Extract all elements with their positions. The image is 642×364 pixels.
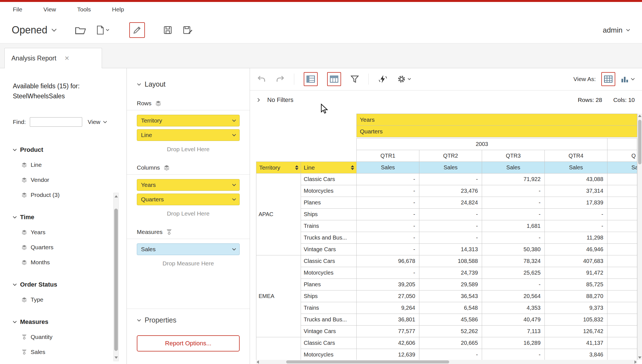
row-dim-line[interactable]: Line xyxy=(301,162,357,174)
field-group-measures[interactable]: Measures xyxy=(13,314,107,329)
columns-drop-zone[interactable]: Drop Level Here xyxy=(137,210,240,217)
find-input[interactable] xyxy=(30,117,82,127)
line-cell-planes[interactable]: Planes xyxy=(301,279,357,290)
field-group-order-status[interactable]: Order Status xyxy=(13,277,107,292)
filter-button[interactable] xyxy=(351,75,359,83)
menu-file[interactable]: File xyxy=(13,6,22,13)
measure-header[interactable]: Sales xyxy=(357,162,419,174)
territory-cell-emea[interactable]: EMEA xyxy=(256,255,301,337)
view-as-chart-button[interactable] xyxy=(621,75,635,83)
measures-drop-zone[interactable]: Drop Measure Here xyxy=(137,260,240,267)
menu-tools[interactable]: Tools xyxy=(77,6,91,13)
line-cell-classic-cars[interactable]: Classic Cars xyxy=(301,255,357,267)
scroll-up-button[interactable] xyxy=(115,195,118,197)
quarter-header-qtr3[interactable]: QTR3 xyxy=(482,150,545,162)
value-cell-partial xyxy=(607,337,637,349)
auto-refresh-button[interactable] xyxy=(378,74,388,84)
close-icon[interactable]: × xyxy=(65,54,69,62)
line-cell-vintage-cars[interactable]: Vintage Cars xyxy=(301,244,357,255)
admin-menu[interactable]: admin xyxy=(603,26,630,35)
chip-sales[interactable]: Sales xyxy=(137,243,240,255)
field-group-product[interactable]: Product xyxy=(13,142,107,157)
sort-icon[interactable] xyxy=(351,165,354,170)
menu-help[interactable]: Help xyxy=(112,6,124,13)
table-horizontal-scrollbar[interactable] xyxy=(256,360,637,364)
field-item-months[interactable]: Months xyxy=(13,255,107,270)
col-dim-years[interactable]: Years xyxy=(356,114,637,126)
scroll-up-button[interactable] xyxy=(638,115,641,117)
undo-button[interactable] xyxy=(257,75,266,83)
line-cell-trucks-and-bus[interactable]: Trucks and Bus... xyxy=(301,232,357,244)
redo-button[interactable] xyxy=(276,75,284,83)
line-cell-ships[interactable]: Ships xyxy=(301,209,357,220)
filters-label[interactable]: No Filters xyxy=(267,96,293,104)
chip-territory[interactable]: Territory xyxy=(137,115,240,126)
field-item-sales[interactable]: Sales xyxy=(13,345,107,360)
menu-view[interactable]: View xyxy=(43,6,56,13)
save-as-button[interactable] xyxy=(183,26,193,34)
field-item-quarters[interactable]: Quarters xyxy=(13,240,107,255)
field-item-quantity[interactable]: Quantity xyxy=(13,329,107,345)
chip-quarters[interactable]: Quarters xyxy=(137,194,240,205)
scroll-down-button[interactable] xyxy=(638,356,641,359)
fields-view-dropdown[interactable]: View xyxy=(88,119,107,125)
report-options-button[interactable]: Report Options... xyxy=(137,335,240,351)
line-cell-trains[interactable]: Trains xyxy=(301,220,357,232)
save-button[interactable] xyxy=(163,26,172,34)
rows-drop-zone[interactable]: Drop Level Here xyxy=(137,146,240,153)
quarter-header-qtr1[interactable]: QTR1 xyxy=(357,150,419,162)
field-item-line[interactable]: Line xyxy=(13,157,107,172)
sort-icon[interactable] xyxy=(295,165,298,170)
fields-scrollbar[interactable] xyxy=(113,193,119,361)
scrollbar-thumb[interactable] xyxy=(638,120,641,164)
scroll-down-button[interactable] xyxy=(115,356,118,359)
chip-line[interactable]: Line xyxy=(137,129,240,141)
territory-cell-apac[interactable]: APAC xyxy=(256,174,301,255)
line-cell-vintage-cars[interactable]: Vintage Cars xyxy=(301,326,357,337)
pivot-columns-button[interactable] xyxy=(327,72,341,86)
line-cell-motorcycles[interactable]: Motorcycles xyxy=(301,185,357,197)
pivot-rows-button[interactable] xyxy=(304,72,318,86)
scrollbar-thumb[interactable] xyxy=(286,360,449,363)
value-cell: 29,589 xyxy=(419,279,482,290)
scrollbar-thumb[interactable] xyxy=(114,209,118,351)
measure-header[interactable]: Sales xyxy=(482,162,545,174)
new-report-button[interactable] xyxy=(96,26,109,35)
quarter-header-qtr2[interactable]: QTR2 xyxy=(419,150,482,162)
table-vertical-scrollbar[interactable] xyxy=(637,114,642,360)
opened-menu[interactable]: Opened xyxy=(12,24,57,36)
properties-section-toggle[interactable]: Properties xyxy=(137,316,240,324)
field-item-type[interactable]: Type xyxy=(13,292,107,307)
measure-icon xyxy=(21,334,27,340)
settings-button[interactable] xyxy=(397,75,411,84)
scroll-right-button[interactable] xyxy=(634,360,637,364)
col-dim-quarters[interactable]: Quarters xyxy=(356,126,637,137)
open-file-button[interactable] xyxy=(75,26,86,34)
line-cell-motorcycles[interactable]: Motorcycles xyxy=(301,267,357,279)
line-cell-ships[interactable]: Ships xyxy=(301,290,357,302)
line-cell-motorcycles[interactable]: Motorcycles xyxy=(301,349,357,360)
edit-mode-button[interactable] xyxy=(129,22,145,38)
tab-analysis-report[interactable]: Analysis Report × xyxy=(4,48,102,68)
field-group-time[interactable]: Time xyxy=(13,210,107,225)
measure-header[interactable]: Sales xyxy=(419,162,482,174)
row-dim-territory[interactable]: Territory xyxy=(256,162,301,174)
line-cell-planes[interactable]: Planes xyxy=(301,197,357,209)
line-cell-trains[interactable]: Trains xyxy=(301,302,357,314)
view-as-table-button[interactable] xyxy=(601,72,615,86)
layout-section-toggle[interactable]: Layout xyxy=(137,80,240,88)
layout-panel: Layout Rows TerritoryLine Drop Level Her… xyxy=(127,68,250,364)
chip-years[interactable]: Years xyxy=(137,179,240,191)
field-item-years[interactable]: Years xyxy=(13,225,107,240)
chevron-right-icon[interactable] xyxy=(257,98,260,102)
territory-cell-partial[interactable] xyxy=(256,337,301,360)
field-item-product-3[interactable]: Product (3) xyxy=(13,187,107,202)
line-cell-trucks-and-bus[interactable]: Trucks and Bus... xyxy=(301,314,357,326)
measure-header[interactable]: Sales xyxy=(545,162,607,174)
line-cell-classic-cars[interactable]: Classic Cars xyxy=(301,174,357,185)
field-item-vendor[interactable]: Vendor xyxy=(13,172,107,187)
year-header[interactable]: 2003 xyxy=(357,138,607,150)
scroll-left-button[interactable] xyxy=(257,360,259,364)
line-cell-classic-cars[interactable]: Classic Cars xyxy=(301,337,357,349)
quarter-header-qtr4[interactable]: QTR4 xyxy=(545,150,607,162)
